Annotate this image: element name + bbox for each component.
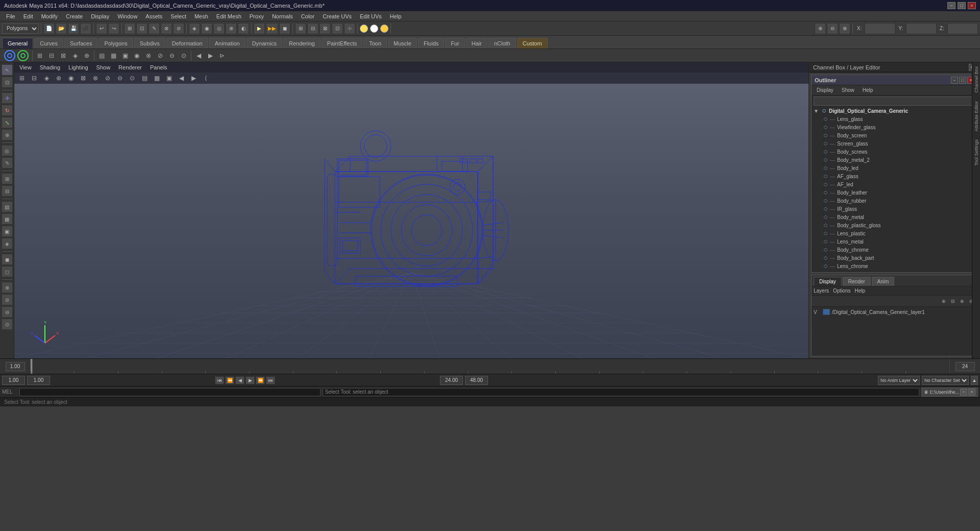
- menu-color[interactable]: Color: [297, 12, 318, 20]
- goto-end-btn[interactable]: ⏭: [266, 376, 275, 384]
- list-item[interactable]: ⬡—Body_plastic_gloss: [812, 221, 977, 229]
- taskbar-close[interactable]: ×: [968, 389, 975, 396]
- redo-button[interactable]: ↪: [108, 23, 119, 34]
- tb-misc1[interactable]: ⊞: [295, 23, 306, 34]
- range-start-input[interactable]: [2, 376, 25, 385]
- z-input[interactable]: [947, 23, 978, 34]
- list-item[interactable]: ⬡—Body_led: [812, 164, 977, 172]
- list-item[interactable]: ⬡—Lens_chrome: [812, 262, 977, 270]
- paint-select[interactable]: ✎: [2, 157, 13, 168]
- menu-edit-mesh[interactable]: Edit Mesh: [212, 12, 246, 20]
- orange-light-btn[interactable]: [380, 25, 388, 33]
- menu-proxy[interactable]: Proxy: [246, 12, 268, 20]
- tb-render3[interactable]: ◼: [279, 23, 290, 34]
- time-controls-expand[interactable]: ▲: [971, 376, 978, 385]
- outliner-item-root[interactable]: ▼ ⬡ Digital_Optical_Camera_Generic: [812, 107, 977, 115]
- extra-btn3[interactable]: ⊖: [2, 306, 13, 318]
- vp-icon15[interactable]: ▶: [205, 50, 216, 61]
- timeline-ruler[interactable]: /* ticks rendered by JS */ 1234567891011…: [31, 359, 949, 374]
- list-item[interactable]: ⬡—Body_screws: [812, 148, 977, 156]
- list-item[interactable]: ⬡—Body_leather: [812, 188, 977, 197]
- layer-color-swatch[interactable]: [823, 309, 830, 315]
- vp-icon5[interactable]: ⊕: [81, 50, 92, 61]
- menu-help[interactable]: Help: [386, 12, 406, 20]
- vp-icon12[interactable]: ⊖: [166, 50, 178, 61]
- save-file-button[interactable]: 💾: [68, 23, 79, 34]
- goto-start-btn[interactable]: ⏮: [215, 376, 224, 384]
- vp-icon16[interactable]: ⊳: [216, 50, 228, 61]
- vp-menu-view[interactable]: View: [16, 63, 35, 71]
- vp-tb-icon1[interactable]: ⊞: [16, 73, 28, 84]
- tb-snap2[interactable]: ◉: [201, 23, 212, 34]
- vp-tb-icon5[interactable]: ◉: [65, 73, 77, 84]
- cmd-input[interactable]: [19, 388, 321, 396]
- tab-ncloth[interactable]: nCloth: [488, 38, 516, 49]
- list-item[interactable]: ⬡—Viewfinder_glass: [812, 123, 977, 131]
- vp-menu-shading[interactable]: Shading: [37, 63, 63, 71]
- vp-icon14[interactable]: ◀: [193, 50, 204, 61]
- menu-modify[interactable]: Modify: [37, 12, 62, 20]
- layer-tab-render[interactable]: Render: [843, 277, 871, 286]
- tb-misc2[interactable]: ⊟: [307, 23, 318, 34]
- tab-muscle[interactable]: Muscle: [388, 38, 417, 49]
- y-input[interactable]: [906, 23, 937, 34]
- menu-normals[interactable]: Normals: [268, 12, 297, 20]
- tab-polygons[interactable]: Polygons: [99, 38, 133, 49]
- range-end-input2[interactable]: [440, 376, 463, 385]
- tb-snap5[interactable]: ◐: [238, 23, 249, 34]
- scale-tool[interactable]: ⤡: [2, 117, 13, 128]
- list-item[interactable]: ⬡—Screen_glass: [812, 139, 977, 148]
- outliner-minimize[interactable]: −: [951, 77, 958, 84]
- tb-snap3[interactable]: ◎: [213, 23, 225, 34]
- vp-icon2[interactable]: ⊟: [46, 50, 57, 61]
- tb-btn5[interactable]: ⊗: [161, 23, 172, 34]
- menu-create[interactable]: Create: [62, 12, 87, 20]
- channel-box-label-strip[interactable]: Channel Box: [973, 64, 980, 95]
- play-back-btn[interactable]: ◀: [235, 376, 244, 384]
- maximize-button[interactable]: □: [958, 2, 966, 9]
- tab-rendering[interactable]: Rendering: [283, 38, 321, 49]
- white-light-btn[interactable]: [370, 25, 378, 33]
- timeline-start-input[interactable]: [6, 362, 25, 371]
- options-menu[interactable]: Options: [833, 288, 850, 294]
- menu-mesh[interactable]: Mesh: [190, 12, 212, 20]
- new-file-button[interactable]: 📄: [43, 23, 55, 34]
- outliner-search[interactable]: [814, 96, 975, 106]
- tab-custom[interactable]: Custom: [517, 38, 548, 49]
- render-btn[interactable]: ◼: [2, 254, 13, 265]
- vp-menu-renderer[interactable]: Renderer: [115, 63, 145, 71]
- play-fwd-btn[interactable]: ▶: [246, 376, 255, 384]
- attr-editor-label-strip[interactable]: Attribute Editor: [973, 99, 980, 134]
- display-layer2[interactable]: ▦: [2, 213, 13, 225]
- vp-icon7[interactable]: ▦: [108, 50, 119, 61]
- vp-tb-icon10[interactable]: ⊙: [127, 73, 138, 84]
- char-set-select[interactable]: No Character Set: [922, 376, 969, 385]
- vp-tb-icon7[interactable]: ⊗: [90, 73, 101, 84]
- extra-btn1[interactable]: ⊗: [2, 282, 13, 293]
- tb-snap4[interactable]: ⊕: [226, 23, 237, 34]
- layer-icon1[interactable]: ⊕: [940, 297, 948, 305]
- vp-icon13[interactable]: ⊙: [178, 50, 189, 61]
- layers-menu[interactable]: Layers: [814, 288, 829, 294]
- layer-row[interactable]: V /Digital_Optical_Camera_Generic_layer1: [814, 308, 975, 316]
- close-button[interactable]: ×: [968, 2, 976, 9]
- vp-tb-icon11[interactable]: ▤: [139, 73, 150, 84]
- layer-icon2[interactable]: ⊟: [949, 297, 957, 305]
- list-item[interactable]: ⬡—Lens_glass: [812, 115, 977, 123]
- vp-tb-icon14[interactable]: ◀: [176, 73, 187, 84]
- vp-icon8[interactable]: ▣: [119, 50, 131, 61]
- tb-right1[interactable]: ⊕: [815, 23, 826, 34]
- display-mode-icon1[interactable]: [4, 50, 15, 61]
- tab-curves[interactable]: Curves: [34, 38, 63, 49]
- tb-lasso[interactable]: ⊡: [136, 23, 148, 34]
- vp-tb-icon6[interactable]: ⊠: [78, 73, 89, 84]
- list-item[interactable]: ⬡—Body_screen: [812, 131, 977, 139]
- outliner-menu-display[interactable]: Display: [814, 86, 837, 94]
- tab-fluids[interactable]: Fluids: [418, 38, 444, 49]
- tb-snap1[interactable]: ◈: [189, 23, 200, 34]
- mode-select[interactable]: Polygons: [2, 23, 39, 34]
- tb-paint[interactable]: ✎: [149, 23, 160, 34]
- display-mode-icon2[interactable]: [17, 50, 29, 61]
- rotate-tool[interactable]: ↻: [2, 105, 13, 116]
- universal-tool[interactable]: ⊕: [2, 129, 13, 140]
